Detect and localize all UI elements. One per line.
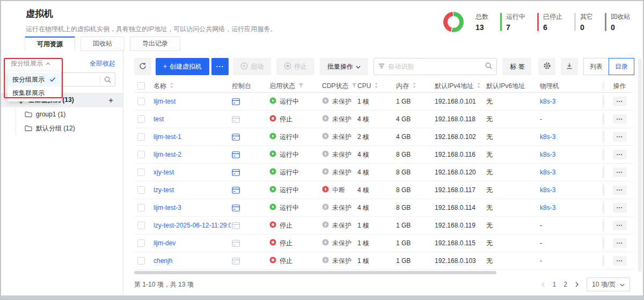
console-icon[interactable] bbox=[232, 151, 240, 158]
console-icon[interactable] bbox=[232, 134, 240, 141]
cdp-status-cell: 未保护 bbox=[321, 168, 356, 177]
page-number-2[interactable]: 2 bbox=[564, 281, 567, 288]
column-header-name[interactable]: 名称 bbox=[152, 82, 231, 91]
vm-name-link[interactable]: lzy-test-2025-06-12-11:29:00 bbox=[153, 222, 231, 229]
row-actions-button[interactable]: ··· bbox=[613, 167, 627, 177]
batch-actions-button[interactable]: 批量操作 bbox=[320, 58, 368, 75]
console-icon[interactable] bbox=[232, 204, 240, 211]
tab-available-resources[interactable]: 可用资源 bbox=[25, 36, 75, 51]
row-actions-button[interactable]: ··· bbox=[613, 114, 627, 124]
column-header-power-status[interactable]: 启用状态 bbox=[268, 82, 321, 91]
next-page-button[interactable] bbox=[575, 282, 579, 287]
row-actions-button[interactable]: ··· bbox=[613, 185, 627, 195]
vm-name-link[interactable]: lijm-test-3 bbox=[153, 204, 181, 211]
row-actions-button[interactable]: ··· bbox=[613, 203, 627, 213]
sort-icon[interactable] bbox=[477, 82, 481, 90]
row-actions-button[interactable]: ··· bbox=[613, 97, 627, 106]
refresh-button[interactable] bbox=[134, 58, 151, 75]
console-icon[interactable] bbox=[232, 116, 240, 123]
row-actions-button[interactable]: ··· bbox=[613, 238, 627, 248]
page-size-select[interactable]: 10 项/页 bbox=[587, 277, 630, 291]
column-header-memory[interactable]: 内存 bbox=[395, 82, 434, 91]
group-mode-dropdown[interactable]: 按分组展示 bbox=[11, 59, 50, 68]
tree-item-default-group[interactable]: 默认分组 (12) bbox=[1, 121, 123, 135]
vm-name-link[interactable]: lijm-test-2 bbox=[153, 151, 181, 158]
console-cell bbox=[231, 187, 268, 194]
console-icon[interactable] bbox=[232, 187, 240, 194]
host-link[interactable]: k8s-3 bbox=[540, 98, 555, 105]
actions-cell: ··· bbox=[604, 164, 634, 181]
host-link[interactable]: k8s-3 bbox=[540, 186, 555, 194]
vm-name-link[interactable]: lzy-test bbox=[153, 186, 174, 194]
page-number-1[interactable]: 1 bbox=[553, 281, 557, 288]
view-catalog-button[interactable]: 目录 bbox=[609, 58, 634, 75]
vm-name-link[interactable]: lijm-dev bbox=[153, 239, 175, 247]
column-header-cdp-status[interactable]: CDP状态 bbox=[321, 82, 356, 91]
sort-icon[interactable] bbox=[412, 82, 416, 90]
filter-icon[interactable] bbox=[298, 82, 304, 90]
row-actions-button[interactable]: ··· bbox=[613, 150, 627, 159]
vm-name-link[interactable]: chenjh bbox=[153, 257, 172, 265]
prev-page-button[interactable] bbox=[541, 282, 545, 287]
vm-name-link[interactable]: xjy-test bbox=[153, 169, 174, 176]
collapse-all-link[interactable]: 全部收起 bbox=[90, 59, 115, 68]
start-button[interactable]: 启动 bbox=[233, 58, 271, 75]
tab-export-records[interactable]: 导出记录 bbox=[130, 36, 180, 51]
filter-lines-icon[interactable] bbox=[378, 63, 385, 70]
column-settings-button[interactable] bbox=[538, 58, 555, 75]
row-actions-button[interactable]: ··· bbox=[613, 256, 627, 266]
export-download-button[interactable] bbox=[561, 58, 578, 75]
vertical-scrollbar[interactable] bbox=[638, 58, 642, 272]
row-checkbox[interactable] bbox=[137, 169, 145, 176]
column-header-cpu[interactable]: CPU bbox=[356, 82, 395, 90]
vm-search-input[interactable] bbox=[385, 63, 485, 70]
menu-option-by-cluster[interactable]: 按集群展示 bbox=[8, 86, 61, 100]
view-list-button[interactable]: 列表 bbox=[583, 58, 609, 75]
row-checkbox[interactable] bbox=[137, 204, 145, 211]
memory-cell: 4 GB bbox=[395, 115, 434, 123]
host-link[interactable]: k8s-3 bbox=[540, 169, 555, 176]
column-header-ipv4[interactable]: 默认IPv4地址 bbox=[434, 82, 485, 91]
row-checkbox[interactable] bbox=[137, 239, 145, 247]
host-link[interactable]: k8s-3 bbox=[540, 204, 555, 211]
row-checkbox[interactable] bbox=[137, 133, 145, 141]
row-checkbox[interactable] bbox=[137, 186, 145, 194]
items-summary: 第 1-10 项，共 13 项 bbox=[134, 280, 194, 289]
folder-icon bbox=[25, 111, 32, 118]
vm-name-link[interactable]: lijm-test bbox=[153, 98, 175, 105]
search-icon[interactable] bbox=[485, 62, 492, 71]
sort-icon[interactable] bbox=[170, 82, 174, 90]
cdp-status-text: 中断 bbox=[332, 186, 345, 195]
create-more-button[interactable]: ··· bbox=[211, 58, 229, 75]
host-link[interactable]: k8s-3 bbox=[540, 133, 555, 141]
select-all-checkbox[interactable] bbox=[137, 82, 145, 90]
row-checkbox[interactable] bbox=[137, 98, 145, 105]
console-icon[interactable] bbox=[232, 222, 240, 229]
chevron-down-icon bbox=[356, 63, 361, 70]
filter-icon[interactable] bbox=[352, 82, 356, 90]
menu-option-by-group[interactable]: 按分组展示 bbox=[8, 73, 61, 86]
row-checkbox[interactable] bbox=[137, 115, 145, 123]
tab-recycle-bin[interactable]: 回收站 bbox=[80, 36, 125, 51]
row-checkbox[interactable] bbox=[137, 151, 145, 158]
console-icon[interactable] bbox=[232, 258, 240, 265]
host-cell: k8s-3 bbox=[539, 151, 604, 158]
tree-item-group1[interactable]: group1 (1) bbox=[1, 107, 123, 121]
console-icon[interactable] bbox=[232, 240, 240, 247]
create-vm-button[interactable]: + 创建虚拟机 bbox=[156, 58, 209, 75]
row-actions-button[interactable]: ··· bbox=[613, 221, 627, 230]
search-icon[interactable] bbox=[100, 76, 115, 83]
add-group-button[interactable]: + bbox=[108, 96, 113, 105]
console-icon[interactable] bbox=[232, 169, 240, 176]
vm-name-link[interactable]: lijm-test-1 bbox=[153, 133, 181, 141]
stop-button[interactable]: 停止 bbox=[276, 58, 314, 75]
row-select-cell bbox=[134, 115, 152, 123]
row-actions-button[interactable]: ··· bbox=[613, 132, 627, 142]
host-link[interactable]: k8s-3 bbox=[540, 151, 555, 158]
sort-icon[interactable] bbox=[374, 82, 378, 90]
tag-button[interactable]: 标签 bbox=[502, 58, 531, 75]
row-checkbox[interactable] bbox=[137, 222, 145, 229]
console-icon[interactable] bbox=[232, 98, 240, 105]
row-checkbox[interactable] bbox=[137, 257, 145, 265]
vm-name-link[interactable]: test bbox=[153, 115, 164, 123]
